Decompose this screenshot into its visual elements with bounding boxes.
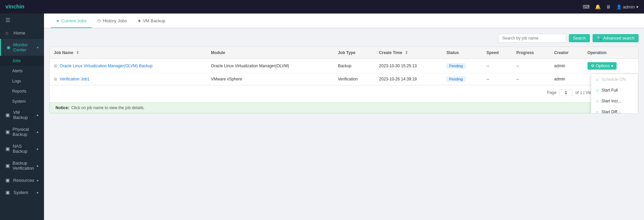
row2-job-name-cell: ⊞ Verification Job1 [50, 73, 207, 85]
row2-expand-icon[interactable]: ⊞ [54, 77, 57, 81]
table-wrapper: Job Name ⇕ Module Job Type Create Time ⇕… [49, 47, 639, 114]
row1-status-badge: Pending [446, 63, 465, 69]
col-operation: Operation [583, 47, 638, 59]
row1-expand-icon[interactable]: ⊞ [54, 64, 57, 68]
advanced-search-label: Advanced search [603, 36, 635, 41]
sidebar-home-label: Home [14, 30, 25, 35]
backup-verification-icon: ▣ [5, 163, 10, 168]
schedule-on-label: Schedule ON [601, 77, 625, 82]
sidebar-item-physical-backup[interactable]: ▣ Physical Backup ▸ [0, 123, 44, 140]
vm-backup-icon: ▣ [5, 112, 10, 118]
sidebar: ☰ ⌂ Home ◉ Monitor Center ▾ Jobs Alerts … [0, 14, 44, 220]
admin-menu[interactable]: 👤 admin ▾ [616, 4, 639, 9]
dropdown-start-diff[interactable]: ○ Start Diff... [591, 106, 638, 114]
job-name-sort-icon[interactable]: ⇕ [76, 50, 79, 55]
row1-options-button[interactable]: ⚙ Options ▾ [587, 62, 617, 70]
sidebar-item-logs[interactable]: Logs [0, 76, 44, 86]
sidebar-item-vm-backup[interactable]: ▣ VM Backup ▸ [0, 106, 44, 123]
row1-speed: -- [482, 59, 512, 73]
admin-label: admin [623, 4, 635, 9]
sidebar-item-alerts[interactable]: Alerts [0, 66, 44, 76]
page-input[interactable] [559, 89, 573, 96]
row2-job-type: Verification [334, 73, 375, 85]
system-arrow: ▸ [37, 191, 39, 194]
nas-backup-icon: ▣ [5, 146, 10, 151]
sidebar-item-backup-verification[interactable]: ▣ Backup Verification ▸ [0, 157, 44, 174]
row2-creator: admin [550, 73, 583, 85]
logo-highlight: vin [5, 4, 13, 9]
monitor-icon[interactable]: 🖥 [606, 4, 611, 9]
physical-backup-arrow: ▸ [37, 130, 39, 134]
page-label: Page [547, 90, 556, 95]
start-incr-icon: ○ [596, 98, 599, 104]
sidebar-item-nas-backup[interactable]: ▣ NAS Backup ▸ [0, 140, 44, 157]
row2-create-time: 2023-10-26 14:39:19 [375, 73, 442, 85]
sidebar-item-resources[interactable]: ▣ Resources ▸ [0, 174, 44, 186]
advanced-search-button[interactable]: 🔍 Advanced search [593, 34, 639, 42]
search-input[interactable] [498, 34, 566, 43]
jobs-table: Job Name ⇕ Module Job Type Create Time ⇕… [50, 47, 638, 85]
col-job-type: Job Type [334, 47, 375, 59]
sidebar-item-reports[interactable]: Reports [0, 86, 44, 96]
row1-job-name-cell: ⊞ Oracle Linux Virtualization Manager(OL… [50, 59, 207, 73]
row1-job-link[interactable]: Oracle Linux Virtualization Manager(OLVM… [60, 64, 152, 68]
col-create-time: Create Time ⇕ [375, 47, 442, 59]
table-row: ⊞ Verification Job1 VMware vSphere Verif… [50, 73, 638, 85]
create-time-sort-icon[interactable]: ⇕ [405, 50, 408, 55]
pagination-bar: Page of 1 | View 10 20 50 2 record(s) [50, 85, 638, 100]
table-row: ⊞ Oracle Linux Virtualization Manager(OL… [50, 59, 638, 73]
tab-history-jobs[interactable]: ◷ History Jobs [92, 14, 132, 28]
row2-progress: -- [512, 73, 550, 85]
reports-label: Reports [12, 89, 26, 94]
options-label: Options [596, 64, 610, 68]
tab-current-jobs[interactable]: ◈ Current Jobs [51, 14, 92, 28]
search-button[interactable]: Search [569, 34, 590, 42]
dropdown-start-full[interactable]: ○ Start Full [591, 85, 638, 96]
sidebar-item-jobs[interactable]: Jobs [0, 56, 44, 66]
col-module: Module [207, 47, 334, 59]
resources-icon: ▣ [5, 177, 10, 183]
home-icon: ⌂ [5, 30, 11, 35]
sidebar-item-system[interactable]: ▣ System ▸ [0, 186, 44, 198]
resources-arrow: ▸ [37, 178, 39, 182]
col-progress: Progress [512, 47, 550, 59]
row2-status: Pending [442, 73, 482, 85]
start-full-label: Start Full [601, 88, 618, 93]
start-diff-label: Start Diff... [601, 109, 620, 114]
system-label: System [14, 190, 28, 195]
table-header-row: Job Name ⇕ Module Job Type Create Time ⇕… [50, 47, 638, 59]
notice-label: Notice: [55, 105, 69, 110]
advanced-search-icon: 🔍 [597, 36, 602, 41]
sidebar-item-monitor-center[interactable]: ◉ Monitor Center ▾ [0, 39, 44, 56]
main-layout: ☰ ⌂ Home ◉ Monitor Center ▾ Jobs Alerts … [0, 14, 644, 220]
sidebar-item-home[interactable]: ⌂ Home [0, 27, 44, 39]
sidebar-monitor-label: Monitor Center [13, 42, 34, 52]
row1-operation: ⚙ Options ▾ ○ Schedule ON [583, 59, 638, 73]
options-arrow: ▾ [611, 64, 613, 68]
content-area: ◈ Current Jobs ◷ History Jobs ◈ VM Backu… [44, 14, 644, 220]
logs-label: Logs [12, 79, 21, 83]
tab-vm-backup[interactable]: ◈ VM Backup [132, 14, 171, 28]
start-incr-label: Start Incr... [601, 99, 621, 103]
start-full-icon: ○ [596, 88, 599, 93]
user-icon: 👤 [616, 4, 622, 9]
col-job-name: Job Name ⇕ [50, 47, 207, 59]
resources-label: Resources [13, 178, 34, 183]
vm-backup-arrow: ▸ [37, 113, 39, 117]
row2-job-link[interactable]: Verification Job1 [60, 77, 89, 81]
backup-verification-label: Backup Verification [13, 161, 34, 171]
bell-icon[interactable]: 🔔 [595, 4, 601, 9]
dropdown-start-incr[interactable]: ○ Start Incr... [591, 96, 638, 106]
dropdown-schedule-on[interactable]: ○ Schedule ON [591, 74, 638, 85]
table-toolbar: Search 🔍 Advanced search [49, 34, 639, 43]
physical-backup-label: Physical Backup [13, 127, 34, 137]
col-status: Status [442, 47, 482, 59]
col-creator: Creator [550, 47, 583, 59]
row1-creator: admin [550, 59, 583, 73]
sidebar-toggle[interactable]: ☰ [0, 14, 44, 27]
row1-job-type: Backup [334, 59, 375, 73]
notice-bar: Notice: Click on job name to view the jo… [50, 102, 638, 113]
keyboard-icon[interactable]: ⌨ [583, 4, 590, 9]
sidebar-item-system-sub[interactable]: System [0, 96, 44, 106]
row2-speed: -- [482, 73, 512, 85]
